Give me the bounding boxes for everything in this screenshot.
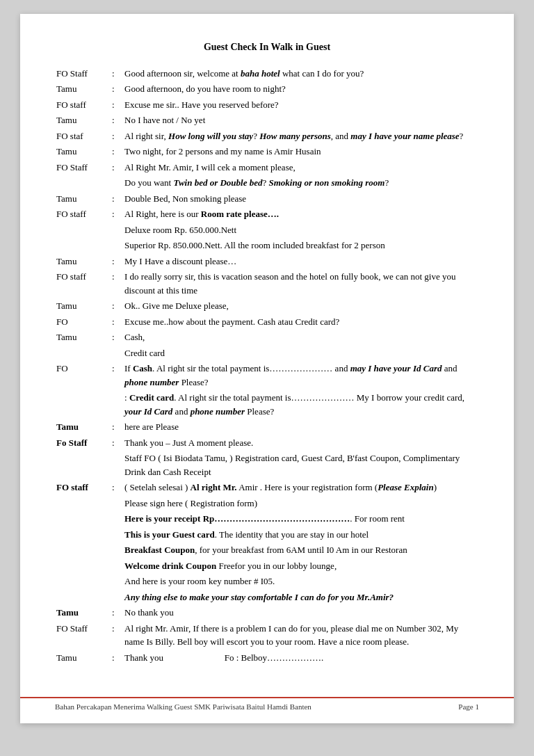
table-row: Tamu:Thank you Fo : Belboy………………. — [55, 650, 479, 666]
text-cell: Deluxe room Rp. 650.000.Nett — [123, 222, 479, 238]
speaker-cell: Tamu — [55, 419, 111, 435]
colon-cell: : — [111, 419, 123, 435]
text-cell: This is your Guest card. The identity th… — [123, 526, 479, 542]
colon-cell: : — [111, 314, 123, 330]
text-cell: My I Have a discount please… — [123, 253, 479, 269]
table-row: Tamu:Double Bed, Non smoking please — [55, 191, 479, 207]
text-cell: Cash, — [123, 330, 479, 346]
table-row: Any thing else to make your stay comfort… — [55, 589, 479, 605]
colon-cell: : — [111, 191, 123, 207]
footer-left: Bahan Percakapan Menerima Walking Guest … — [55, 702, 312, 711]
speaker-cell: Tamu — [55, 253, 111, 269]
text-cell: Excuse me..how about the payment. Cash a… — [123, 314, 479, 330]
text-cell: here are Please — [123, 419, 479, 435]
colon-cell — [111, 558, 123, 574]
text-cell: Breakfast Coupon, for your breakfast fro… — [123, 542, 479, 558]
speaker-cell: Tamu — [55, 144, 111, 160]
speaker-cell: FO Staff — [55, 65, 111, 81]
colon-cell — [111, 511, 123, 527]
table-row: FO staff: ( Setelah selesai ) Al right M… — [55, 480, 479, 496]
colon-cell: : — [111, 144, 123, 160]
speaker-cell: Tamu — [55, 330, 111, 346]
table-row: : Credit card. Al right sir the total pa… — [55, 390, 479, 419]
footer-right: Page 1 — [458, 702, 479, 711]
text-cell: Welcome drink Coupon Freefor you in our … — [123, 558, 479, 574]
text-cell: Al Right, here is our Room rate please…. — [123, 207, 479, 223]
colon-cell — [111, 574, 123, 590]
table-row: Tamu: here are Please — [55, 419, 479, 435]
colon-cell: : — [111, 605, 123, 621]
table-row: FO: If Cash. Al right sir the total paym… — [55, 361, 479, 390]
colon-cell: : — [111, 81, 123, 97]
text-cell: Thank you – Just A moment please. — [123, 435, 479, 451]
speaker-cell — [55, 558, 111, 574]
speaker-cell: FO staff — [55, 269, 111, 298]
table-row: Superior Rp. 850.000.Nett. All the room … — [55, 238, 479, 254]
text-cell: Double Bed, Non smoking please — [123, 191, 479, 207]
text-cell: Good afternoon sir, welcome at baha hote… — [123, 65, 479, 81]
speaker-cell — [55, 542, 111, 558]
table-row: Credit card — [55, 345, 479, 361]
page: Guest Check In Walk in Guest FO Staff:Go… — [20, 14, 514, 723]
table-row: FO staff:Al Right, here is our Room rate… — [55, 207, 479, 223]
speaker-cell: Tamu — [55, 605, 111, 621]
colon-cell: : — [111, 650, 123, 666]
speaker-cell: FO — [55, 361, 111, 390]
speaker-cell — [55, 589, 111, 605]
text-cell: Any thing else to make your stay comfort… — [123, 589, 479, 605]
table-row: FO Staff:Al Right Mr. Amir, I will cek a… — [55, 159, 479, 175]
speaker-cell — [55, 511, 111, 527]
speaker-cell — [55, 451, 111, 480]
speaker-cell: FO Staff — [55, 159, 111, 175]
table-row: Fo Staff:Thank you – Just A moment pleas… — [55, 435, 479, 451]
speaker-cell: Tamu — [55, 81, 111, 97]
colon-cell: : — [111, 159, 123, 175]
colon-cell — [111, 542, 123, 558]
text-cell: If Cash. Al right sir the total payment … — [123, 361, 479, 390]
speaker-cell — [55, 495, 111, 511]
table-row: Deluxe room Rp. 650.000.Nett — [55, 222, 479, 238]
colon-cell: : — [111, 298, 123, 314]
text-cell: Do you want Twin bed or Double bed? Smok… — [123, 175, 479, 191]
colon-cell: : — [111, 97, 123, 113]
table-row: Tamu:Ok.. Give me Deluxe please, — [55, 298, 479, 314]
text-cell: Two night, for 2 persons and my name is … — [123, 144, 479, 160]
text-cell: Please sign here ( Registration form) — [123, 495, 479, 511]
colon-cell: : — [111, 65, 123, 81]
colon-cell: : — [111, 620, 123, 650]
text-cell: Credit card — [123, 345, 479, 361]
table-row: FO Staff:Good afternoon sir, welcome at … — [55, 65, 479, 81]
table-row: FO Staff: Al right Mr. Amir, If there is… — [55, 620, 479, 650]
colon-cell — [111, 222, 123, 238]
colon-cell: : — [111, 207, 123, 223]
speaker-cell — [55, 345, 111, 361]
colon-cell: : — [111, 480, 123, 496]
speaker-cell: Fo Staff — [55, 435, 111, 451]
table-row: FO staf:Al right sir, How long will you … — [55, 128, 479, 144]
text-cell: Al right sir, How long will you stay? Ho… — [123, 128, 479, 144]
speaker-cell: FO Staff — [55, 620, 111, 650]
text-cell: And here is your room key number # I05. — [123, 574, 479, 590]
speaker-cell — [55, 390, 111, 419]
table-row: And here is your room key number # I05. — [55, 574, 479, 590]
colon-cell — [111, 175, 123, 191]
speaker-cell — [55, 526, 111, 542]
text-cell: Excuse me sir.. Have you reserved before… — [123, 97, 479, 113]
colon-cell: : — [111, 113, 123, 129]
table-row: Tamu:My I Have a discount please… — [55, 253, 479, 269]
table-row: Do you want Twin bed or Double bed? Smok… — [55, 175, 479, 191]
speaker-cell: FO staff — [55, 480, 111, 496]
speaker-cell — [55, 222, 111, 238]
text-cell: Superior Rp. 850.000.Nett. All the room … — [123, 238, 479, 254]
page-title: Guest Check In Walk in Guest — [55, 42, 479, 53]
colon-cell — [111, 451, 123, 480]
text-cell: ( Setelah selesai ) Al right Mr. Amir . … — [123, 480, 479, 496]
table-row: FO:Excuse me..how about the payment. Cas… — [55, 314, 479, 330]
text-cell: Al Right Mr. Amir, I will cek a moment p… — [123, 159, 479, 175]
text-cell: Ok.. Give me Deluxe please, — [123, 298, 479, 314]
table-row: Tamu:Two night, for 2 persons and my nam… — [55, 144, 479, 160]
table-row: Here is your receipt Rp………………………………………. … — [55, 511, 479, 527]
text-cell: I do really sorry sir, this is vacation … — [123, 269, 479, 298]
text-cell: Al right Mr. Amir, If there is a problem… — [123, 620, 479, 650]
colon-cell — [111, 238, 123, 254]
